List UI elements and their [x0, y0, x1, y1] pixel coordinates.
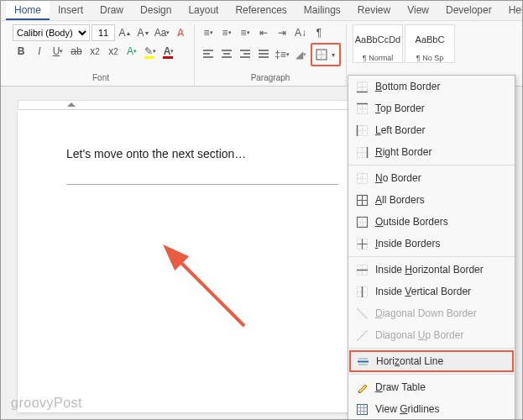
align-left-button[interactable]: [200, 46, 217, 63]
watermark: groovyPost: [11, 396, 82, 411]
border-menu-label: Outside Borders: [375, 216, 448, 228]
shrink-font-button[interactable]: A▼: [135, 24, 152, 41]
border-iv-icon: [355, 285, 369, 298]
tab-home[interactable]: Home: [6, 1, 50, 20]
border-menu-label: Diagonal Up Border: [375, 329, 463, 341]
highlight-button[interactable]: ✎▾: [142, 43, 159, 60]
border-inside-icon: [355, 237, 369, 250]
strike-button[interactable]: ab: [68, 43, 85, 60]
multilevel-button[interactable]: ≡▾: [237, 24, 254, 41]
border-menu-label: Top Border: [375, 102, 425, 114]
superscript-button[interactable]: x2: [105, 43, 122, 60]
clear-format-button[interactable]: A̷: [172, 24, 189, 41]
decrease-indent-button[interactable]: ⇤: [255, 24, 272, 41]
border-menu-grid[interactable]: View Gridlines: [348, 398, 515, 420]
tab-references[interactable]: References: [227, 1, 295, 20]
tab-help[interactable]: Help: [500, 1, 523, 20]
border-menu-label: Diagonal Down Border: [375, 307, 477, 319]
align-center-button[interactable]: [218, 46, 235, 63]
font-group-label: Font: [92, 71, 109, 86]
border-menu-label: Bottom Border: [375, 81, 440, 92]
border-menu-inside[interactable]: Inside Borders: [348, 233, 515, 255]
border-menu-none[interactable]: No Border: [348, 167, 515, 189]
document-text: Let's move onto the next section…: [66, 147, 338, 160]
styles-gallery[interactable]: AaBbCcDd¶ NormalAaBbC¶ No Sp: [352, 24, 456, 63]
border-hz-icon: [356, 354, 369, 368]
border-menu-dd: Diagonal Down Border: [348, 302, 515, 324]
border-menu-label: Draw Table: [375, 381, 426, 393]
tab-mailings[interactable]: Mailings: [295, 1, 349, 20]
increase-indent-button[interactable]: ⇥: [274, 24, 290, 41]
border-menu-draw[interactable]: Draw Table: [348, 376, 515, 398]
font-color-button[interactable]: A▾: [160, 43, 177, 60]
border-menu-label: All Borders: [375, 194, 425, 206]
border-menu-label: No Border: [375, 172, 421, 184]
border-top-icon: [355, 102, 369, 115]
font-size-input[interactable]: [92, 24, 115, 41]
border-menu-label: Inside Horizontal Border: [375, 264, 484, 276]
border-bottom-icon: [355, 80, 369, 93]
border-left-icon: [355, 123, 369, 137]
border-menu-ih[interactable]: Inside Horizontal Border: [348, 259, 515, 281]
line-spacing-button[interactable]: ‡≡▾: [274, 46, 290, 63]
borders-button-highlight: ▾: [311, 43, 341, 66]
paragraph-group-label: Paragraph: [251, 71, 290, 86]
grow-font-button[interactable]: A▲: [117, 24, 133, 41]
border-menu-outside[interactable]: Outside Borders: [348, 211, 515, 233]
ruler[interactable]: [18, 100, 387, 110]
border-menu-all[interactable]: All Borders: [348, 189, 515, 211]
border-menu-du: Diagonal Up Border: [348, 324, 515, 346]
border-none-icon: [355, 171, 369, 185]
justify-button[interactable]: [255, 46, 272, 63]
subscript-button[interactable]: x2: [86, 43, 103, 60]
numbering-button[interactable]: ≡▾: [218, 24, 235, 41]
horizontal-line: [66, 184, 338, 185]
border-menu-bottom[interactable]: Bottom Border: [348, 76, 515, 97]
border-all-icon: [355, 193, 369, 207]
style-1[interactable]: AaBbC¶ No Sp: [405, 24, 455, 63]
underline-button[interactable]: U▾: [50, 43, 66, 60]
tab-draw[interactable]: Draw: [92, 1, 132, 20]
border-menu-left[interactable]: Left Border: [348, 119, 515, 141]
italic-button[interactable]: I: [31, 43, 48, 60]
border-outside-icon: [355, 215, 369, 228]
tab-developer[interactable]: Developer: [437, 1, 500, 20]
bullets-button[interactable]: ≡▾: [200, 24, 217, 41]
border-menu-label: View Gridlines: [375, 403, 440, 415]
document-page[interactable]: Let's move onto the next section…: [18, 110, 387, 412]
change-case-button[interactable]: Aa▾: [154, 24, 170, 41]
sort-button[interactable]: A↓: [292, 24, 309, 41]
style-0[interactable]: AaBbCcDd¶ Normal: [353, 24, 403, 63]
align-right-button[interactable]: [237, 46, 254, 63]
borders-dropdown-menu: Bottom BorderTop BorderLeft BorderRight …: [348, 75, 515, 420]
font-name-select[interactable]: Calibri (Body): [13, 24, 90, 41]
ribbon-tabs: HomeInsertDrawDesignLayoutReferencesMail…: [1, 1, 522, 21]
border-menu-right[interactable]: Right Border: [348, 141, 515, 163]
border-right-icon: [355, 145, 369, 159]
tab-view[interactable]: View: [399, 1, 437, 20]
border-menu-label: Right Border: [375, 146, 431, 158]
border-dd-icon: [355, 307, 369, 320]
paragraph-group: ≡▾ ≡▾ ≡▾ ⇤ ⇥ A↓ ¶ ‡≡▾ ◢▾ ▾: [195, 24, 347, 86]
borders-dropdown-toggle[interactable]: ▾: [329, 51, 337, 59]
border-du-icon: [355, 328, 369, 342]
border-menu-iv[interactable]: Inside Vertical Border: [348, 281, 515, 302]
shading-button[interactable]: ◢▾: [292, 46, 309, 63]
tab-insert[interactable]: Insert: [50, 1, 92, 20]
tab-review[interactable]: Review: [349, 1, 399, 20]
border-menu-label: Inside Borders: [375, 238, 440, 249]
text-effects-button[interactable]: A▾: [123, 43, 140, 60]
tab-design[interactable]: Design: [132, 1, 180, 20]
font-group: Calibri (Body) A▲ A▼ Aa▾ A̷ B I U▾ ab x2…: [8, 24, 195, 86]
show-marks-button[interactable]: ¶: [311, 24, 327, 41]
border-draw-icon: [355, 381, 369, 394]
bold-button[interactable]: B: [13, 43, 29, 60]
border-grid-icon: [355, 402, 369, 416]
svg-rect-23: [357, 404, 367, 414]
borders-button[interactable]: [314, 46, 329, 63]
border-menu-hz[interactable]: Horizontal Line: [349, 350, 514, 372]
border-menu-top[interactable]: Top Border: [348, 97, 515, 119]
border-menu-label: Horizontal Line: [376, 355, 443, 367]
border-menu-label: Inside Vertical Border: [375, 286, 471, 297]
tab-layout[interactable]: Layout: [180, 1, 227, 20]
